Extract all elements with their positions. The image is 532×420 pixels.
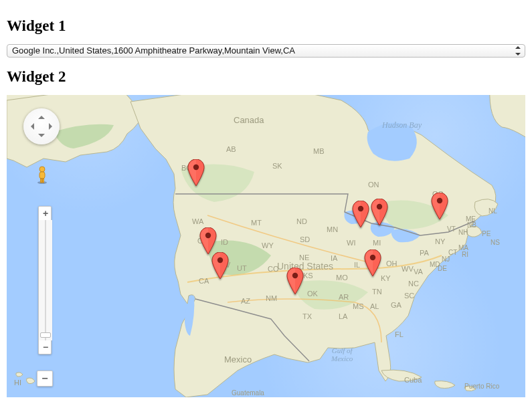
svg-point-8 — [292, 273, 298, 278]
svg-point-7 — [217, 257, 223, 263]
map-marker-los-angeles[interactable] — [211, 252, 229, 279]
svg-point-12 — [437, 198, 442, 203]
map-tiles — [7, 95, 525, 397]
map-marker-ann-arbor[interactable] — [371, 199, 388, 225]
map-marker-boston[interactable] — [431, 193, 448, 219]
map-marker-seattle[interactable] — [187, 159, 205, 186]
svg-point-1 — [39, 167, 45, 172]
svg-point-10 — [377, 204, 382, 209]
svg-rect-4 — [43, 179, 44, 183]
svg-point-9 — [358, 206, 363, 211]
zoom-slider[interactable] — [39, 220, 52, 340]
location-select-value: Google Inc.,United States,1600 Amphithea… — [12, 45, 295, 56]
google-map[interactable]: Canada United States Mexico Cuba Puerto … — [7, 95, 525, 397]
map-marker-chicago[interactable] — [352, 201, 369, 227]
widget-1-title: Widget 1 — [7, 17, 525, 35]
svg-rect-2 — [39, 172, 45, 179]
pan-up-button[interactable] — [38, 112, 45, 119]
zoom-reset-button[interactable]: − — [37, 371, 53, 387]
map-marker-san-francisco[interactable] — [199, 227, 217, 254]
svg-point-6 — [205, 233, 211, 238]
chevrons-updown-icon — [515, 46, 521, 56]
zoom-control: + − — [38, 206, 52, 354]
pegman-icon[interactable] — [35, 166, 50, 185]
svg-rect-3 — [41, 179, 42, 183]
zoom-in-button[interactable]: + — [39, 207, 52, 220]
pan-left-button[interactable] — [27, 123, 34, 130]
pan-right-button[interactable] — [49, 123, 56, 130]
map-marker-austin[interactable] — [286, 268, 304, 294]
svg-point-11 — [370, 255, 375, 260]
pan-control — [23, 108, 60, 144]
pan-down-button[interactable] — [38, 134, 45, 140]
svg-point-5 — [193, 165, 199, 170]
widget-2-title: Widget 2 — [7, 68, 525, 86]
location-select[interactable]: Google Inc.,United States,1600 Amphithea… — [7, 44, 525, 58]
zoom-slider-thumb[interactable] — [40, 332, 51, 338]
zoom-out-button[interactable]: − — [39, 340, 52, 354]
map-marker-atlanta[interactable] — [364, 249, 381, 276]
